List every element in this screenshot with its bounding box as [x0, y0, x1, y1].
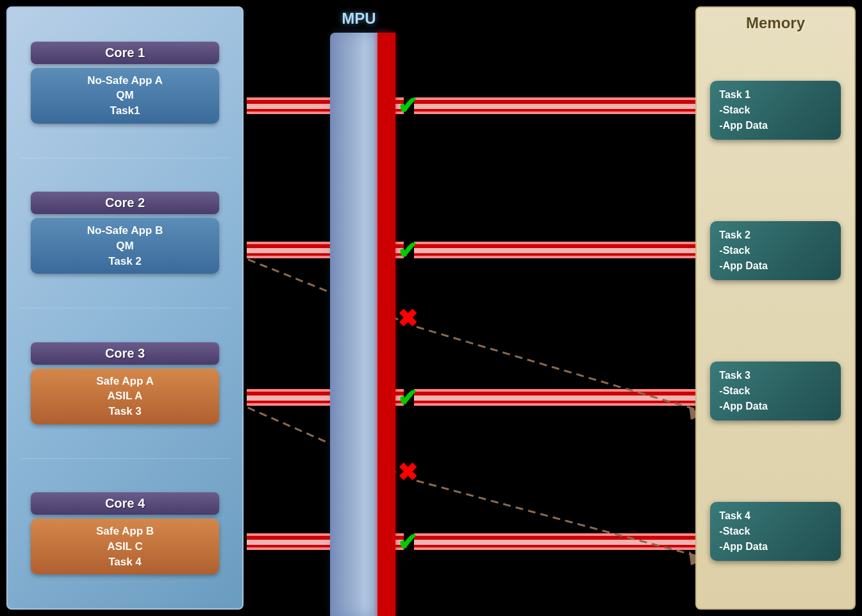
check-core2: ✔	[397, 237, 418, 264]
core4-label: Core 4	[31, 492, 219, 515]
divider-2-3	[20, 308, 231, 308]
task1-line2: -Stack	[719, 104, 750, 115]
task4-line1: Task 4	[719, 510, 750, 521]
core3-section: Core 3 Safe App A ASIL A Task 3	[14, 315, 236, 452]
check-core4: ✔	[397, 529, 418, 556]
core4-app-line3: Task 4	[108, 556, 142, 568]
task2-line1: Task 2	[719, 229, 750, 240]
memory-panel: Memory Task 1 -Stack -App Data Task 2 -S…	[695, 6, 856, 610]
task3-line1: Task 3	[719, 370, 750, 381]
task3-line2: -Stack	[719, 385, 750, 396]
core2-section: Core 2 No-Safe App B QM Task 2	[14, 165, 236, 302]
memory-tasks: Task 1 -Stack -App Data Task 2 -Stack -A…	[703, 40, 848, 602]
diagram: ✔ ✔ ✔ ✔ ✖ ✖ Core 1 No-Safe App A QM Task…	[0, 0, 862, 616]
core3-app-line3: Task 3	[108, 405, 142, 417]
dashed-core2-deny-right	[417, 327, 699, 410]
divider-3-4	[20, 458, 231, 459]
task1-line3: -App Data	[719, 120, 768, 131]
x-deny-core3-task4: ✖	[397, 459, 418, 486]
mpu-column: MPU	[320, 0, 397, 616]
task1-line1: Task 1	[719, 89, 750, 100]
task2-line2: -Stack	[719, 245, 750, 256]
core4-app-line2: ASIL C	[107, 540, 142, 553]
check-core3: ✔	[397, 385, 418, 412]
core1-label: Core 1	[31, 42, 219, 64]
core1-app: No-Safe App A QM Task1	[31, 68, 219, 124]
task4-box: Task 4 -Stack -App Data	[710, 502, 840, 561]
core1-app-line3: Task1	[110, 104, 140, 117]
divider-1-2	[20, 158, 231, 158]
mpu-red-stripe	[377, 33, 395, 616]
task2-box: Task 2 -Stack -App Data	[710, 221, 840, 280]
core1-app-line2: QM	[116, 89, 133, 101]
task4-line2: -Stack	[719, 526, 750, 537]
memory-title: Memory	[746, 14, 805, 32]
check-core1: ✔	[397, 92, 418, 119]
core3-app: Safe App A ASIL A Task 3	[31, 369, 219, 424]
task3-box: Task 3 -Stack -App Data	[710, 362, 840, 420]
x-deny-core2-task3: ✖	[397, 305, 418, 332]
core2-label: Core 2	[31, 192, 219, 214]
mpu-body	[330, 33, 388, 616]
dashed-core3-deny-right	[417, 481, 699, 556]
cores-panel: Core 1 No-Safe App A QM Task1 Core 2 No-…	[6, 6, 244, 610]
task3-line3: -App Data	[719, 401, 768, 412]
core2-app-line1: No-Safe App B	[87, 224, 163, 237]
core2-app-line3: Task 2	[108, 255, 142, 267]
task4-line3: -App Data	[719, 541, 768, 552]
core3-app-line1: Safe App A	[96, 375, 153, 387]
core2-app: No-Safe App B QM Task 2	[31, 218, 219, 274]
mpu-label: MPU	[342, 10, 376, 28]
core3-app-line2: ASIL A	[108, 390, 143, 402]
core1-app-line1: No-Safe App A	[87, 74, 163, 87]
core1-section: Core 1 No-Safe App A QM Task1	[14, 14, 236, 151]
core3-label: Core 3	[31, 342, 219, 365]
core4-app: Safe App B ASIL C Task 4	[31, 519, 219, 574]
task2-line3: -App Data	[719, 260, 768, 271]
core4-section: Core 4 Safe App B ASIL C Task 4	[14, 465, 236, 603]
core4-app-line1: Safe App B	[96, 525, 154, 537]
core2-app-line2: QM	[116, 240, 133, 252]
task1-box: Task 1 -Stack -App Data	[710, 81, 840, 140]
